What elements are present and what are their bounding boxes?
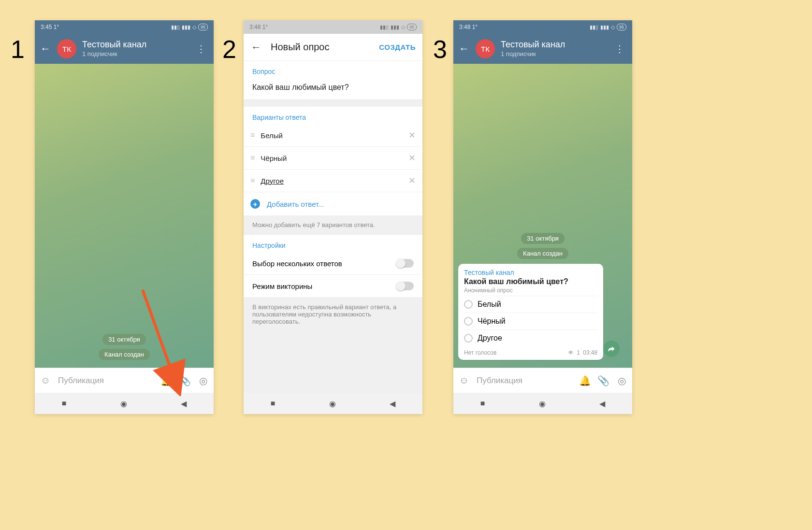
chat-header: ← ТК Тестовый канал 1 подписчик ⋮ [35,34,214,64]
multi-answer-setting[interactable]: Выбор нескольких ответов [244,252,422,275]
remove-option-button[interactable]: ✕ [408,130,416,141]
quiz-hint: В викторинах есть правильный вариант отв… [244,298,422,331]
mute-icon[interactable]: 🔔 [160,375,172,387]
answer-option-input[interactable]: Другое [261,177,402,185]
status-bar: 3:48 1° ▮▮▯ ▮▮▮ ◇ 95 [453,20,632,34]
back-button[interactable]: ← [458,43,470,55]
settings-section-label: Настройки [244,234,422,252]
status-time: 3:48 1° [249,24,268,30]
screen-title: Новый опрос [271,42,370,53]
more-menu-button[interactable]: ⋮ [612,43,627,55]
create-button[interactable]: СОЗДАТЬ [379,43,416,51]
battery-icon: 95 [617,24,626,30]
nav-back-icon[interactable]: ◀ [599,399,605,408]
nav-home-icon[interactable]: ◉ [329,399,336,408]
signal-icon: ▮▮▮ [391,24,399,30]
drag-handle-icon[interactable]: ≡ [250,154,254,162]
chat-area[interactable]: 31 октября Канал создан [35,64,214,368]
battery-icon: 95 [198,24,208,30]
channel-avatar[interactable]: ТК [57,39,76,58]
poll-channel-name: Тестовый канал [464,269,597,276]
channel-title: Тестовый канал [501,40,606,50]
answer-option-row: ≡ Другое ✕ [244,170,422,192]
step-number-2: 2 [222,35,236,64]
nav-recent-icon[interactable]: ■ [62,399,67,408]
poll-question: Какой ваш любимый цвет? [464,277,597,286]
remove-option-button[interactable]: ✕ [408,175,416,186]
message-input[interactable]: Публикация [477,376,572,386]
poll-option[interactable]: Другое [464,329,597,346]
wifi-icon: ◇ [192,24,196,30]
poll-type-label: Анонимный опрос [464,287,597,294]
chat-area[interactable]: 31 октября Канал создан Тестовый канал К… [453,64,632,368]
android-nav-bar: ■ ◉ ◀ [244,393,422,414]
poll-option[interactable]: Белый [464,296,597,313]
back-button[interactable]: ← [40,43,51,55]
message-input-row: ☺ Публикация 🔔 📎 ◎ [453,368,632,393]
toggle-switch[interactable] [396,282,414,290]
radio-icon [464,300,473,309]
android-nav-bar: ■ ◉ ◀ [35,393,214,414]
poll-form[interactable]: Вопрос Какой ваш любимый цвет? Варианты … [244,61,422,393]
back-button[interactable]: ← [250,41,262,54]
signal-icon: ▮▮▯ [380,24,389,30]
drag-handle-icon[interactable]: ≡ [250,131,254,140]
attach-icon[interactable]: 📎 [179,375,190,387]
schedule-icon[interactable]: ◎ [616,375,627,387]
chat-header: ← ТК Тестовый канал 1 подписчик ⋮ [453,34,632,64]
schedule-icon[interactable]: ◎ [197,375,209,387]
wifi-icon: ◇ [611,24,615,30]
status-icons: ▮▮▯ ▮▮▮ ◇ 95 [380,24,417,30]
add-option-label: Добавить ответ... [267,200,324,208]
quiz-mode-setting[interactable]: Режим викторины [244,275,422,298]
channel-avatar[interactable]: ТК [476,39,495,58]
poll-message[interactable]: Тестовый канал Какой ваш любимый цвет? А… [458,264,603,360]
poll-footer: Нет голосов 👁 1 03:48 [464,349,597,356]
poll-views-count: 1 [577,349,580,356]
date-chip: 31 октября [521,233,565,244]
toggle-switch[interactable] [396,259,414,268]
radio-icon [464,334,473,343]
remove-option-button[interactable]: ✕ [408,153,416,163]
answer-option-input[interactable]: Белый [261,131,402,140]
status-icons: ▮▮▯ ▮▮▮ ◇ 95 [171,24,208,30]
step-number-3: 3 [433,35,447,64]
emoji-icon[interactable]: ☺ [458,375,470,386]
question-input[interactable]: Какой ваш любимый цвет? [244,78,422,100]
signal-icon: ▮▮▮ [600,24,609,30]
answer-option-input[interactable]: Чёрный [261,154,402,162]
options-remaining-hint: Можно добавить ещё 7 вариантов ответа. [244,215,422,234]
android-nav-bar: ■ ◉ ◀ [453,393,632,414]
header-titles[interactable]: Тестовый канал 1 подписчик [501,40,606,57]
status-bar: 3:45 1° ▮▮▯ ▮▮▮ ◇ 95 [35,20,214,34]
nav-home-icon[interactable]: ◉ [120,399,127,408]
question-section-label: Вопрос [244,61,422,78]
nav-recent-icon[interactable]: ■ [271,399,276,408]
poll-option-label: Белый [478,300,501,309]
nav-home-icon[interactable]: ◉ [539,399,546,408]
phone-screen-2: 3:48 1° ▮▮▯ ▮▮▮ ◇ 95 ← Новый опрос СОЗДА… [244,20,422,414]
attach-icon[interactable]: 📎 [597,375,609,387]
mute-icon[interactable]: 🔔 [579,375,591,387]
channel-subtitle: 1 подписчик [82,50,188,58]
share-button[interactable] [603,341,620,357]
message-input-row: ☺ Публикация 🔔 📎 ◎ [35,368,214,393]
more-menu-button[interactable]: ⋮ [193,43,209,55]
poll-option[interactable]: Чёрный [464,313,597,329]
nav-recent-icon[interactable]: ■ [480,399,485,408]
drag-handle-icon[interactable]: ≡ [250,176,254,185]
header-titles[interactable]: Тестовый канал 1 подписчик [82,40,188,57]
message-input[interactable]: Публикация [58,376,154,386]
emoji-icon[interactable]: ☺ [40,375,51,386]
answer-option-row: ≡ Чёрный ✕ [244,147,422,170]
phone-screen-1: 3:45 1° ▮▮▯ ▮▮▮ ◇ 95 ← ТК Тестовый канал… [35,20,214,414]
nav-back-icon[interactable]: ◀ [181,399,187,408]
add-option-row[interactable]: + Добавить ответ... [244,192,422,215]
service-chip: Канал создан [517,248,568,259]
answer-option-row: ≡ Белый ✕ [244,124,422,147]
poll-option-label: Чёрный [478,317,506,326]
nav-back-icon[interactable]: ◀ [390,399,395,408]
signal-icon: ▮▮▯ [590,24,598,30]
phone-screen-3: 3:48 1° ▮▮▯ ▮▮▮ ◇ 95 ← ТК Тестовый канал… [453,20,632,414]
wifi-icon: ◇ [401,24,405,30]
